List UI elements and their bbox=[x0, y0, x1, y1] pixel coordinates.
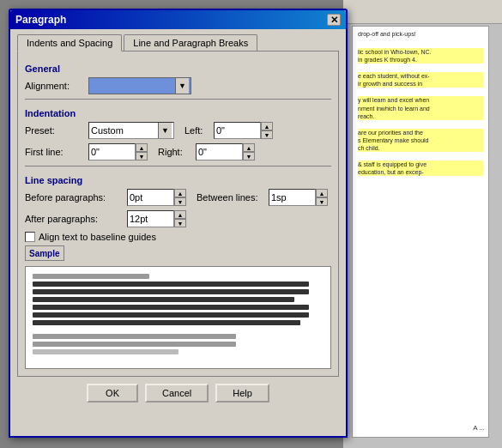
sample-line-5 bbox=[33, 305, 309, 310]
firstline-spinner: 0" ▲ ▼ bbox=[88, 143, 148, 160]
linespacing-section-label: Line spacing bbox=[25, 175, 331, 185]
ruler bbox=[343, 0, 502, 24]
sample-gap bbox=[33, 328, 324, 331]
sample-line-9 bbox=[33, 342, 236, 347]
before-spinner: 0pt ▲ ▼ bbox=[127, 189, 186, 206]
sample-line-10 bbox=[33, 349, 178, 354]
tab-bar: Indents and Spacing Line and Paragraph B… bbox=[17, 34, 339, 51]
paragraph-dialog: Paragraph ✕ Indents and Spacing Line and… bbox=[9, 9, 348, 438]
general-section-label: General bbox=[25, 64, 331, 74]
left-input[interactable]: 0" bbox=[214, 122, 261, 139]
sample-section: Sample bbox=[25, 245, 331, 369]
dialog-body: Indents and Spacing Line and Paragraph B… bbox=[10, 29, 346, 415]
before-row: Before paragraphs: 0pt ▲ ▼ Between lines… bbox=[25, 189, 331, 206]
baseline-checkbox[interactable] bbox=[25, 232, 35, 242]
before-spin-buttons: ▲ ▼ bbox=[174, 189, 186, 206]
alignment-dropdown[interactable]: ▼ bbox=[88, 77, 191, 94]
sample-line-4 bbox=[33, 297, 294, 302]
before-spin-up[interactable]: ▲ bbox=[174, 189, 186, 197]
sample-line-8 bbox=[33, 334, 236, 339]
document-area: drop-off and pick-ups! lic school in Who… bbox=[343, 0, 502, 448]
after-spinner: 12pt ▲ ▼ bbox=[127, 210, 186, 227]
alignment-label: Alignment: bbox=[25, 81, 85, 91]
dialog-buttons: OK Cancel Help bbox=[17, 377, 339, 409]
indentation-section: Indentation Preset: Custom ▼ Left: 0" ▲ bbox=[25, 99, 331, 160]
sample-lines-top bbox=[33, 274, 324, 279]
after-label: After paragraphs: bbox=[25, 214, 124, 224]
preset-label: Preset: bbox=[25, 125, 85, 136]
firstline-spin-buttons: ▲ ▼ bbox=[136, 143, 148, 160]
between-spin-up[interactable]: ▲ bbox=[316, 189, 328, 197]
after-spin-down[interactable]: ▼ bbox=[174, 219, 186, 227]
between-input[interactable]: 1sp bbox=[269, 189, 316, 206]
preset-dropdown-arrow[interactable]: ▼ bbox=[158, 123, 172, 138]
preset-row: Preset: Custom ▼ Left: 0" ▲ ▼ bbox=[25, 122, 331, 139]
after-row: After paragraphs: 12pt ▲ ▼ bbox=[25, 210, 331, 227]
tab-indents-spacing[interactable]: Indents and Spacing bbox=[17, 34, 122, 51]
left-spin-up[interactable]: ▲ bbox=[261, 122, 273, 130]
sample-label-box: Sample bbox=[25, 245, 64, 261]
baseline-label: Align text to baseline guides bbox=[39, 232, 156, 242]
firstline-spin-up[interactable]: ▲ bbox=[136, 143, 148, 152]
between-spin-down[interactable]: ▼ bbox=[316, 197, 328, 206]
between-spinner: 1sp ▲ ▼ bbox=[269, 189, 328, 206]
tab-content-area: General Alignment: ▼ Indentation Preset:… bbox=[17, 51, 339, 377]
after-spin-up[interactable]: ▲ bbox=[174, 210, 186, 219]
after-spin-buttons: ▲ ▼ bbox=[174, 210, 186, 227]
left-spinner: 0" ▲ ▼ bbox=[214, 122, 273, 139]
dialog-titlebar: Paragraph ✕ bbox=[10, 10, 346, 29]
document-page: drop-off and pick-ups! lic school in Who… bbox=[352, 26, 489, 438]
sample-line-1 bbox=[33, 274, 149, 279]
left-spin-buttons: ▲ ▼ bbox=[261, 122, 273, 139]
firstline-label: First line: bbox=[25, 147, 85, 157]
alignment-dropdown-arrow[interactable]: ▼ bbox=[175, 78, 189, 94]
page-nav: A ... bbox=[356, 424, 485, 432]
sample-line-7 bbox=[33, 320, 300, 325]
dialog-title: Paragraph bbox=[15, 14, 66, 26]
before-spin-down[interactable]: ▼ bbox=[174, 197, 186, 206]
right-spin-buttons: ▲ ▼ bbox=[243, 143, 255, 160]
tab-line-breaks[interactable]: Line and Paragraph Breaks bbox=[124, 34, 257, 51]
sample-line-3 bbox=[33, 289, 309, 294]
preset-dropdown[interactable]: Custom ▼ bbox=[88, 122, 174, 139]
left-spin-down[interactable]: ▼ bbox=[261, 130, 273, 139]
baseline-row: Align text to baseline guides bbox=[25, 232, 331, 242]
sample-label: Sample bbox=[29, 249, 60, 258]
doc-text-3: e each student, without ex-ir growth and… bbox=[358, 72, 483, 88]
linespacing-section: Line spacing Before paragraphs: 0pt ▲ ▼ … bbox=[25, 166, 331, 242]
before-label: Before paragraphs: bbox=[25, 192, 124, 203]
right-label: Right: bbox=[158, 147, 192, 157]
help-button[interactable]: Help bbox=[215, 384, 269, 403]
sample-preview bbox=[25, 266, 331, 369]
between-spin-buttons: ▲ ▼ bbox=[316, 189, 328, 206]
close-button[interactable]: ✕ bbox=[327, 14, 341, 26]
cancel-button[interactable]: Cancel bbox=[145, 384, 209, 403]
right-input[interactable]: 0" bbox=[196, 143, 243, 160]
sample-line-2 bbox=[33, 282, 309, 287]
doc-text-6: & staff is equipped to giveeducation, bu… bbox=[358, 160, 483, 176]
doc-text-2: lic school in Who-town, NC.in grades K t… bbox=[358, 48, 483, 64]
doc-text-5: are our priorities and thes Elementary m… bbox=[358, 129, 483, 152]
right-spin-up[interactable]: ▲ bbox=[243, 143, 255, 152]
sample-line-6 bbox=[33, 312, 309, 318]
left-label: Left: bbox=[184, 125, 210, 136]
between-label: Between lines: bbox=[197, 192, 265, 203]
doc-text-1: drop-off and pick-ups! bbox=[358, 30, 483, 38]
right-spinner: 0" ▲ ▼ bbox=[196, 143, 255, 160]
before-input[interactable]: 0pt bbox=[127, 189, 174, 206]
doc-text-4: y will learn and excel whennment inwhich… bbox=[358, 96, 483, 119]
ok-button[interactable]: OK bbox=[87, 384, 138, 403]
alignment-row: Alignment: ▼ bbox=[25, 77, 331, 94]
right-spin-down[interactable]: ▼ bbox=[243, 152, 255, 160]
firstline-spin-down[interactable]: ▼ bbox=[136, 152, 148, 160]
indentation-section-label: Indentation bbox=[25, 108, 331, 118]
after-input[interactable]: 12pt bbox=[127, 210, 174, 227]
firstline-row: First line: 0" ▲ ▼ Right: 0" bbox=[25, 143, 331, 160]
firstline-input[interactable]: 0" bbox=[88, 143, 136, 160]
